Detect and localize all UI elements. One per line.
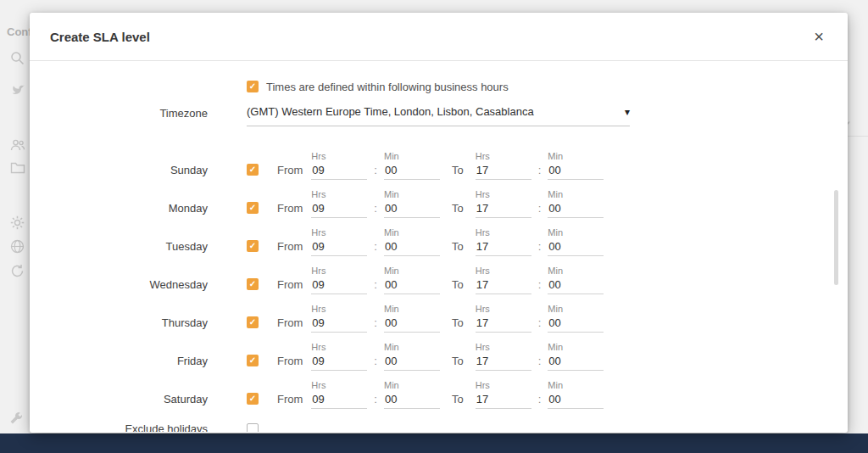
from-label: From [277,315,303,341]
to-hours-field: Hrs [476,341,531,379]
min-label: Min [384,188,440,200]
hrs-label: Hrs [311,303,367,315]
hrs-label: Hrs [476,188,531,200]
exclude-holidays-checkbox[interactable] [247,423,259,432]
from-hours-input[interactable] [311,162,367,180]
min-label: Min [548,226,604,238]
from-minutes-input[interactable] [384,353,440,371]
hrs-label: Hrs [311,265,367,277]
to-hours-field: Hrs [476,379,531,417]
day-label: Sunday [30,162,208,188]
from-hours-input[interactable] [311,277,367,294]
check-icon: ✓ [249,82,256,91]
to-hours-input[interactable] [476,162,531,180]
day-label: Friday [30,353,208,379]
hrs-label: Hrs [311,188,367,200]
check-icon: ✓ [249,280,256,288]
time-separator: : [374,162,377,188]
hrs-label: Hrs [476,303,531,315]
to-minutes-input[interactable] [548,200,604,218]
to-minutes-field: Min [548,265,604,303]
check-icon: ✓ [249,394,256,403]
to-hours-input[interactable] [476,238,531,256]
chevron-down-icon: ▾ [625,108,630,116]
to-minutes-input[interactable] [548,391,604,409]
modal-scrollbar[interactable] [834,190,838,285]
day-checkbox[interactable]: ✓ [247,164,259,176]
from-minutes-input[interactable] [384,315,440,333]
exclude-holidays-row: Exclude holidays [30,422,848,432]
from-label: From [277,162,303,188]
close-icon[interactable]: × [810,26,827,47]
business-hours-checkbox[interactable]: ✓ [247,81,259,92]
day-row: Monday ✓ From Hrs : Min To Hrs : Min [30,188,848,226]
check-icon: ✓ [249,242,256,250]
to-hours-field: Hrs [476,226,531,265]
min-label: Min [548,341,604,353]
day-row: Wednesday ✓ From Hrs : Min To Hrs : Min [30,265,848,303]
to-hours-field: Hrs [476,188,531,226]
day-row: Thursday ✓ From Hrs : Min To Hrs : Min [30,303,848,341]
from-label: From [277,200,303,226]
exclude-holidays-label: Exclude holidays [30,422,208,432]
from-minutes-input[interactable] [384,200,440,218]
to-hours-input[interactable] [476,277,531,294]
hrs-label: Hrs [476,265,531,277]
from-minutes-input[interactable] [384,391,440,409]
to-hours-input[interactable] [476,200,531,218]
min-label: Min [548,150,604,162]
to-minutes-field: Min [548,226,604,265]
from-minutes-input[interactable] [384,238,440,256]
from-label: From [277,353,303,379]
from-hours-input[interactable] [311,315,367,333]
from-minutes-field: Min [384,379,440,417]
to-hours-input[interactable] [476,353,531,371]
to-minutes-input[interactable] [548,353,604,371]
from-label: From [277,277,303,303]
check-icon: ✓ [249,204,256,212]
timezone-value: (GMT) Western Europe Time, London, Lisbo… [247,105,534,118]
timezone-select[interactable]: (GMT) Western Europe Time, London, Lisbo… [247,105,630,126]
from-minutes-input[interactable] [384,277,440,294]
day-checkbox[interactable]: ✓ [247,278,259,290]
min-label: Min [384,303,440,315]
from-hours-field: Hrs [311,265,367,303]
from-hours-input[interactable] [311,238,367,256]
to-minutes-field: Min [548,303,604,341]
day-checkbox[interactable]: ✓ [247,240,259,252]
to-hours-input[interactable] [476,315,531,333]
from-hours-field: Hrs [311,341,367,379]
day-checkbox[interactable]: ✓ [247,393,259,405]
time-separator: : [374,200,377,226]
day-label: Saturday [30,391,208,417]
time-separator: : [538,315,542,341]
time-separator: : [538,277,542,303]
to-minutes-input[interactable] [548,315,604,333]
day-schedule-list: Sunday ✓ From Hrs : Min To Hrs : Min Mon… [30,150,848,417]
to-minutes-field: Min [548,341,604,379]
from-hours-input[interactable] [311,200,367,218]
from-minutes-field: Min [384,188,440,226]
hrs-label: Hrs [476,341,531,353]
to-hours-input[interactable] [476,391,531,409]
from-label: From [277,391,303,417]
min-label: Min [548,379,604,391]
from-minutes-field: Min [384,265,440,303]
day-checkbox[interactable]: ✓ [247,316,259,328]
from-hours-field: Hrs [311,150,367,188]
from-hours-input[interactable] [311,353,367,371]
timezone-row: Timezone (GMT) Western Europe Time, Lond… [30,105,848,126]
to-minutes-input[interactable] [548,238,604,256]
from-hours-input[interactable] [311,391,367,409]
day-label: Wednesday [30,277,208,303]
day-checkbox[interactable]: ✓ [247,355,259,366]
from-minutes-input[interactable] [384,162,440,180]
timezone-label: Timezone [30,105,208,126]
min-label: Min [548,265,604,277]
modal-content: ✓ Times are defined within following bus… [30,61,848,432]
day-checkbox[interactable]: ✓ [247,202,259,214]
to-label: To [452,162,464,188]
to-minutes-input[interactable] [548,162,604,180]
from-minutes-field: Min [384,303,440,341]
to-minutes-input[interactable] [548,277,604,294]
